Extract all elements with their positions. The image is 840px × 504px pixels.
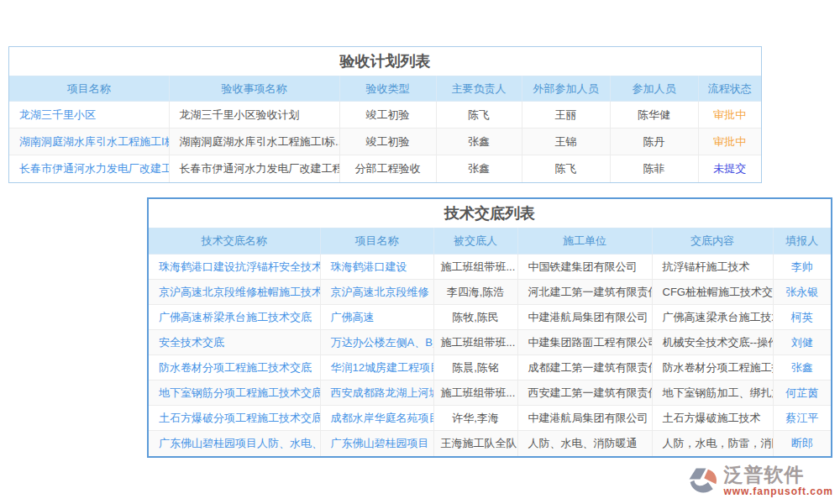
technical-disclosure-table-card: 技术交底列表 技术交底名称 项目名称 被交底人 施工单位 交底内容 填报人 珠海…	[147, 197, 832, 458]
acceptance-item-cell: 湖南洞庭湖水库引水工程施工I标...	[169, 129, 339, 155]
fanpu-logo-icon	[686, 465, 720, 499]
acceptance-item-cell: 长春市伊通河水力发电厂改建工程...	[169, 155, 339, 182]
disclosure-content-cell: 抗浮锚杆施工技术	[652, 255, 773, 280]
reporter-link[interactable]: 李帅	[773, 255, 831, 280]
col-header-receiver: 被交底人	[433, 228, 517, 255]
acceptance-plan-table: 项目名称 验收事项名称 验收类型 主要负责人 外部参加人员 参加人员 流程状态 …	[9, 76, 761, 182]
col-header-disclosure-content: 交底内容	[652, 228, 773, 255]
main-lead-cell: 张鑫	[436, 155, 522, 182]
col-header-project-name: 项目名称	[9, 76, 169, 102]
status-badge[interactable]: 审批中	[698, 129, 761, 155]
construction-unit-cell: 河北建工第一建筑有限责任...	[517, 280, 652, 305]
table-row: 湖南洞庭湖水库引水工程施工I标 湖南洞庭湖水库引水工程施工I标... 竣工初验 …	[9, 129, 761, 155]
disclosure-name-link[interactable]: 珠海鹤港口建设抗浮锚杆安全技术交底	[149, 255, 320, 280]
disclosure-name-link[interactable]: 防水卷材分项工程施工技术交底	[149, 355, 320, 381]
acceptance-type-cell: 分部工程验收	[339, 155, 436, 182]
project-name-link[interactable]: 珠海鹤港口建设	[320, 255, 433, 280]
table-row: 龙湖三千里小区 龙湖三千里小区验收计划 竣工初验 陈飞 王丽 陈华健 审批中	[9, 102, 761, 129]
project-name-link[interactable]: 广佛高速	[320, 305, 433, 330]
project-name-link[interactable]: 京沪高速北京段维修	[320, 280, 433, 305]
disclosure-name-link[interactable]: 京沪高速北京段维修桩帽施工技术交底	[149, 280, 320, 305]
disclosure-content-cell: 地下室钢筋加工、绑扎施...	[652, 381, 773, 406]
reporter-link[interactable]: 蔡江平	[773, 406, 831, 431]
disclosure-table-title: 技术交底列表	[149, 199, 831, 228]
technical-disclosure-table: 技术交底名称 项目名称 被交底人 施工单位 交底内容 填报人 珠海鹤港口建设抗浮…	[149, 228, 831, 456]
construction-unit-cell: 中建集团路面工程有限公司	[517, 330, 652, 355]
receiver-cell: 施工班组带班...	[433, 330, 517, 355]
reporter-link[interactable]: 断郎	[773, 431, 831, 456]
col-header-main-lead: 主要负责人	[436, 76, 522, 102]
acceptance-type-cell: 竣工初验	[339, 129, 436, 155]
project-name-link[interactable]: 西安成都路龙湖上河城...	[320, 381, 433, 406]
table-row: 广佛高速桥梁承台施工技术交底 广佛高速 陈牧,陈民 中建港航局集团有限公司 广佛…	[149, 305, 831, 330]
receiver-cell: 许华,李海	[433, 406, 517, 431]
receiver-cell: 陈牧,陈民	[433, 305, 517, 330]
reporter-link[interactable]: 柯英	[773, 305, 831, 330]
status-badge[interactable]: 未提交	[698, 155, 761, 182]
external-participants-cell: 王丽	[522, 102, 610, 129]
project-name-link[interactable]: 龙湖三千里小区	[9, 102, 169, 129]
disclosure-name-link[interactable]: 广佛高速桥梁承台施工技术交底	[149, 305, 320, 330]
acceptance-plan-table-card: 验收计划列表 项目名称 验收事项名称 验收类型 主要负责人 外部参加人员 参加人…	[8, 46, 762, 183]
construction-unit-cell: 中建港航局集团有限公司	[517, 406, 652, 431]
acceptance-item-cell: 龙湖三千里小区验收计划	[169, 102, 339, 129]
disclosure-content-cell: 广佛高速梁承台施工技术...	[652, 305, 773, 330]
receiver-cell: 李四海,陈浩	[433, 280, 517, 305]
project-name-link[interactable]: 成都水岸华庭名苑项目...	[320, 406, 433, 431]
disclosure-name-link[interactable]: 地下室钢筋分项工程施工技术交底	[149, 381, 320, 406]
construction-unit-cell: 中国铁建集团有限公司	[517, 255, 652, 280]
receiver-cell: 施工班组带班...	[433, 381, 517, 406]
external-participants-cell: 陈飞	[522, 155, 610, 182]
disclosure-header-row: 技术交底名称 项目名称 被交底人 施工单位 交底内容 填报人	[149, 228, 831, 255]
table-row: 安全技术交底 万达办公楼左侧A、B办... 施工班组带班... 中建集团路面工程…	[149, 330, 831, 355]
construction-unit-cell: 成都建工第一建筑有限责任...	[517, 355, 652, 381]
col-header-project-name: 项目名称	[320, 228, 433, 255]
col-header-acceptance-type: 验收类型	[339, 76, 436, 102]
main-lead-cell: 陈飞	[436, 102, 522, 129]
reporter-link[interactable]: 何芷茵	[773, 381, 831, 406]
construction-unit-cell: 西安建工第一建筑有限责任...	[517, 381, 652, 406]
project-name-link[interactable]: 湖南洞庭湖水库引水工程施工I标	[9, 129, 169, 155]
acceptance-header-row: 项目名称 验收事项名称 验收类型 主要负责人 外部参加人员 参加人员 流程状态	[9, 76, 761, 102]
construction-unit-cell: 人防、水电、消防暖通	[517, 431, 652, 456]
project-name-link[interactable]: 万达办公楼左侧A、B办...	[320, 330, 433, 355]
participants-cell: 陈丹	[610, 129, 698, 155]
acceptance-table-title: 验收计划列表	[9, 47, 761, 76]
table-row: 京沪高速北京段维修桩帽施工技术交底 京沪高速北京段维修 李四海,陈浩 河北建工第…	[149, 280, 831, 305]
project-name-link[interactable]: 华润12城房建工程项目	[320, 355, 433, 381]
fanpu-logo-url: www.fanpusoft.com	[723, 486, 833, 496]
disclosure-name-link[interactable]: 广东佛山碧桂园项目人防、水电、防...	[149, 431, 320, 456]
participants-cell: 陈菲	[610, 155, 698, 182]
col-header-participants: 参加人员	[610, 76, 698, 102]
project-name-link[interactable]: 广东佛山碧桂园项目	[320, 431, 433, 456]
col-header-flow-status: 流程状态	[698, 76, 761, 102]
receiver-cell: 王海施工队全队	[433, 431, 517, 456]
table-row: 防水卷材分项工程施工技术交底 华润12城房建工程项目 陈晨,陈铭 成都建工第一建…	[149, 355, 831, 381]
col-header-construction-unit: 施工单位	[517, 228, 652, 255]
table-row: 土石方爆破分项工程施工技术交底 成都水岸华庭名苑项目... 许华,李海 中建港航…	[149, 406, 831, 431]
disclosure-content-cell: 防水卷材分项工程施工技术	[652, 355, 773, 381]
disclosure-name-link[interactable]: 土石方爆破分项工程施工技术交底	[149, 406, 320, 431]
table-row: 广东佛山碧桂园项目人防、水电、防... 广东佛山碧桂园项目 王海施工队全队 人防…	[149, 431, 831, 456]
reporter-link[interactable]: 张鑫	[773, 355, 831, 381]
status-badge[interactable]: 审批中	[698, 102, 761, 129]
receiver-cell: 施工班组带班...	[433, 255, 517, 280]
table-row: 珠海鹤港口建设抗浮锚杆安全技术交底 珠海鹤港口建设 施工班组带班... 中国铁建…	[149, 255, 831, 280]
col-header-external-participants: 外部参加人员	[522, 76, 610, 102]
col-header-disclosure-name: 技术交底名称	[149, 228, 320, 255]
disclosure-content-cell: CFG桩桩帽施工技术交底。	[652, 280, 773, 305]
table-row: 地下室钢筋分项工程施工技术交底 西安成都路龙湖上河城... 施工班组带班... …	[149, 381, 831, 406]
reporter-link[interactable]: 刘健	[773, 330, 831, 355]
fanpu-logo: 泛普软件 www.fanpusoft.com	[686, 465, 833, 499]
project-name-link[interactable]: 长春市伊通河水力发电厂改建工程	[9, 155, 169, 182]
col-header-acceptance-item: 验收事项名称	[169, 76, 339, 102]
disclosure-name-link[interactable]: 安全技术交底	[149, 330, 320, 355]
reporter-link[interactable]: 张永银	[773, 280, 831, 305]
disclosure-content-cell: 人防，水电，防雷，消防...	[652, 431, 773, 456]
construction-unit-cell: 中建港航局集团有限公司	[517, 305, 652, 330]
external-participants-cell: 王锦	[522, 129, 610, 155]
disclosure-content-cell: 机械安全技术交底--操作...	[652, 330, 773, 355]
col-header-reporter: 填报人	[773, 228, 831, 255]
participants-cell: 陈华健	[610, 102, 698, 129]
main-lead-cell: 张鑫	[436, 129, 522, 155]
